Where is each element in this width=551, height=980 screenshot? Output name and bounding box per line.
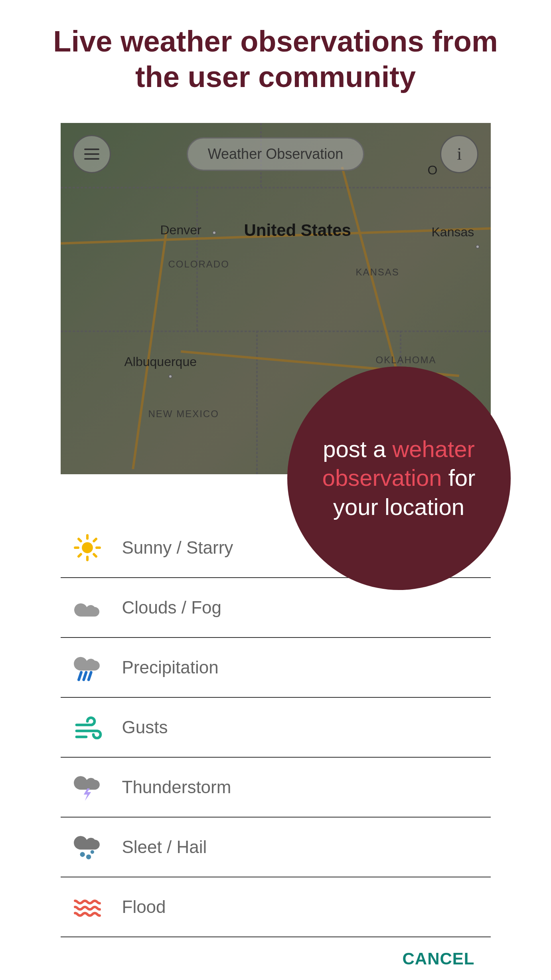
app-screenshot: Denver United States Kansas O COLORADO K… (61, 123, 491, 980)
cloud-icon (73, 593, 102, 622)
svg-line-4 (94, 554, 96, 556)
svg-line-9 (79, 672, 81, 680)
action-row: CANCEL (61, 937, 491, 980)
info-icon: i (457, 144, 462, 164)
svg-line-3 (79, 539, 81, 541)
svg-point-0 (82, 542, 93, 553)
weather-option-label: Precipitation (122, 657, 219, 677)
thunderstorm-icon (73, 772, 102, 802)
page-title: Live weather observations from the user … (0, 0, 551, 115)
weather-option-clouds[interactable]: Clouds / Fog (61, 578, 491, 638)
svg-line-7 (79, 554, 81, 556)
cancel-button[interactable]: CANCEL (403, 949, 475, 968)
svg-point-14 (90, 850, 94, 853)
info-button[interactable]: i (440, 135, 478, 173)
menu-icon (84, 148, 99, 160)
svg-line-11 (89, 672, 91, 680)
svg-line-8 (94, 539, 96, 541)
weather-option-label: Sunny / Starry (122, 538, 233, 558)
observation-pill[interactable]: Weather Observation (187, 137, 365, 171)
callout-text: post a wehater observation for your loca… (311, 435, 487, 522)
weather-option-label: Sleet / Hail (122, 837, 207, 857)
wind-icon (73, 713, 102, 742)
sleet-icon (73, 832, 102, 862)
sun-icon (73, 533, 102, 562)
svg-point-12 (80, 852, 85, 857)
svg-point-13 (86, 854, 91, 859)
flood-icon (73, 892, 102, 922)
svg-line-10 (83, 672, 86, 680)
rain-icon (73, 653, 102, 682)
weather-option-label: Gusts (122, 717, 168, 737)
weather-option-label: Flood (122, 897, 166, 917)
weather-option-gusts[interactable]: Gusts (61, 698, 491, 758)
weather-option-label: Thunderstorm (122, 777, 231, 797)
weather-option-label: Clouds / Fog (122, 598, 221, 618)
weather-option-precipitation[interactable]: Precipitation (61, 638, 491, 698)
weather-option-flood[interactable]: Flood (61, 877, 491, 937)
menu-button[interactable] (73, 135, 111, 173)
weather-option-thunderstorm[interactable]: Thunderstorm (61, 758, 491, 818)
callout-bubble: post a wehater observation for your loca… (287, 366, 511, 590)
weather-option-sleet[interactable]: Sleet / Hail (61, 818, 491, 877)
